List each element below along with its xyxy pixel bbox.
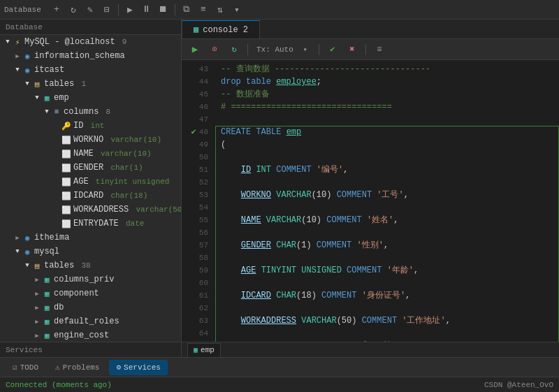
minus-btn[interactable]: ⊟	[100, 3, 114, 17]
stop-btn[interactable]: ⏹	[157, 3, 170, 17]
todo-label: TODO	[20, 363, 38, 372]
services-tab-todo[interactable]: ☑ TODO	[6, 360, 45, 375]
filter2-btn[interactable]: ▾	[230, 3, 244, 17]
code-line-63: 63 WORKADDRESS VARCHAR(50) COMMENT '工作地址…	[182, 314, 559, 327]
sidebar-item-col-id[interactable]: 🔑 ID int	[0, 119, 181, 133]
db-tbl-icon: ▦	[42, 303, 52, 312]
code-line-47: 47	[182, 113, 559, 126]
itheima-icon: ◉	[22, 233, 32, 242]
col-age-icon: ⬜	[61, 177, 71, 187]
col-name-label: NAME varchar(10)	[73, 149, 152, 159]
console-sep2	[319, 44, 319, 55]
engine-cost-label: engine_cost	[54, 331, 109, 340]
arrow-col-gender	[52, 163, 61, 173]
sort-btn[interactable]: ⇅	[213, 3, 227, 17]
play-button[interactable]: ▶	[187, 42, 203, 57]
sidebar-item-itcast[interactable]: ▼ ◉ itcast	[0, 63, 181, 77]
refresh-console-button[interactable]: ↻	[226, 42, 242, 57]
sidebar-item-columns[interactable]: ▼ ≡ columns 8	[0, 105, 181, 119]
sidebar-item-mysql[interactable]: ▼ ◉ mysql	[0, 245, 181, 259]
line-46-content: # ================================	[215, 101, 559, 113]
sidebar-item-component[interactable]: ▶ ▦ component	[0, 286, 181, 300]
default-roles-icon: ▦	[42, 317, 52, 326]
run-btn[interactable]: ▶	[123, 3, 137, 17]
gutter-51: 51	[182, 164, 215, 176]
columns-icon: ≡	[52, 107, 61, 117]
sidebar-item-emp[interactable]: ▼ ▦ emp	[0, 91, 181, 105]
pause-btn[interactable]: ⏸	[140, 3, 154, 17]
tab-console[interactable]: ▦ console 2	[182, 20, 260, 38]
code-line-53: 53 WORKNO VARCHAR(10) COMMENT '工号',	[182, 189, 559, 201]
gutter-64: 64	[182, 327, 215, 340]
stop-circle-button[interactable]: ⊙	[207, 42, 222, 57]
code-line-60: 60	[182, 277, 559, 289]
sidebar-header: Database	[0, 20, 181, 35]
gutter-43: 43	[182, 63, 215, 75]
tab-bar: ▦ console 2	[182, 20, 559, 39]
sidebar-item-col-entrydate[interactable]: ⬜ ENTRYDATE date	[0, 217, 181, 231]
services-tab-problems[interactable]: ⚠ Problems	[48, 360, 106, 375]
add-btn[interactable]: +	[50, 3, 64, 17]
sidebar-item-col-gender[interactable]: ⬜ GENDER char(1)	[0, 161, 181, 175]
checkmark-btn[interactable]: ✔	[325, 42, 340, 57]
sidebar-item-info-schema[interactable]: ▶ ◉ information_schema	[0, 49, 181, 63]
info-schema-label: information_schema	[34, 51, 125, 61]
gutter-50: 50	[182, 151, 215, 164]
columns-label: columns 8	[64, 107, 110, 117]
line-65-content: ENTRYDATE DATE COMMENT '入职时间'	[215, 340, 559, 342]
sidebar-item-col-name[interactable]: ⬜ NAME varchar(10)	[0, 147, 181, 161]
sidebar: Database ▼ ⚡ MySQL - @localhost 9 ▶ ◉ in…	[0, 20, 182, 357]
line-63-content: WORKADDRESS VARCHAR(50) COMMENT '工作地址',	[215, 314, 559, 327]
code-line-50: 50	[182, 151, 559, 164]
result-tab-emp[interactable]: ▦ emp	[187, 343, 221, 357]
mysql-label: mysql	[34, 247, 59, 256]
line-45-content: -- 数据准备	[215, 88, 559, 101]
sidebar-item-col-age[interactable]: ⬜ AGE tinyint unsigned	[0, 175, 181, 189]
edit-btn[interactable]: ✎	[83, 3, 97, 17]
gutter-49: 49	[182, 138, 215, 151]
sidebar-item-itheima[interactable]: ▶ ◉ itheima	[0, 231, 181, 245]
sidebar-item-tables[interactable]: ▼ ▤ tables 1	[0, 77, 181, 91]
emp-icon: ▦	[42, 93, 52, 103]
line-57-content: GENDER CHAR(1) COMMENT '性别',	[215, 239, 559, 252]
sidebar-item-mysql-host[interactable]: ▼ ⚡ MySQL - @localhost 9	[0, 35, 181, 49]
default-roles-label: default_roles	[54, 317, 119, 326]
right-panel: ▦ console 2 ▶ ⊙ ↻ Tx: Auto ▾ ✔ ✖ ≡ 43	[182, 20, 559, 357]
cancel-btn[interactable]: ✖	[344, 42, 360, 57]
arrow-mysql: ▼	[13, 247, 22, 256]
code-line-65: 65 ENTRYDATE DATE COMMENT '入职时间'	[182, 340, 559, 342]
gutter-46: 46	[182, 101, 215, 113]
tx-dropdown-btn[interactable]: ▾	[298, 42, 313, 57]
sidebar-item-col-workno[interactable]: ⬜ WORKNO varchar(10)	[0, 133, 181, 147]
code-editor[interactable]: 43 -- 查询数据 -----------------------------…	[182, 60, 559, 342]
more-btn[interactable]: ≡	[372, 42, 387, 57]
arrow-tables: ▼	[22, 79, 32, 89]
services-label: Services	[124, 363, 161, 372]
component-label: component	[54, 289, 99, 298]
gutter-48: ✔ 48	[182, 126, 215, 138]
code-line-52: 52	[182, 176, 559, 189]
gutter-53: 53	[182, 189, 215, 201]
line-55-content: NAME VARCHAR(10) COMMENT '姓名',	[215, 214, 559, 226]
table-icon: ▦	[194, 346, 198, 354]
refresh-btn[interactable]: ↻	[66, 3, 80, 17]
sidebar-item-columns-priv[interactable]: ▶ ▦ columns_priv	[0, 273, 181, 286]
itheima-label: itheima	[34, 233, 69, 242]
arrow-itheima: ▶	[13, 233, 22, 242]
code-line-59: 59 AGE TINYINT UNSIGNED COMMENT '年龄',	[182, 264, 559, 277]
gutter-58: 58	[182, 252, 215, 264]
sidebar-item-default-roles[interactable]: ▶ ▦ default_roles	[0, 314, 181, 328]
sidebar-item-mysql-tables[interactable]: ▼ ▤ tables 38	[0, 259, 181, 273]
services-tab-services[interactable]: ⚙ Services	[109, 360, 167, 375]
sidebar-item-col-workaddress[interactable]: ⬜ WORKADDRESS varchar(50)	[0, 203, 181, 217]
arrow-component: ▶	[32, 289, 42, 298]
filter-btn[interactable]: ≡	[196, 3, 210, 17]
sidebar-item-engine-cost[interactable]: ▶ ▦ engine_cost	[0, 328, 181, 342]
itcast-label: itcast	[34, 65, 64, 75]
mysql-tables-icon: ▤	[32, 261, 42, 270]
sidebar-item-col-idcard[interactable]: ⬜ IDCARD char(18)	[0, 189, 181, 203]
gutter-61: 61	[182, 289, 215, 302]
sidebar-content[interactable]: ▼ ⚡ MySQL - @localhost 9 ▶ ◉ information…	[0, 35, 181, 342]
sidebar-item-db[interactable]: ▶ ▦ db	[0, 300, 181, 314]
schema-btn[interactable]: ⧉	[180, 3, 194, 17]
